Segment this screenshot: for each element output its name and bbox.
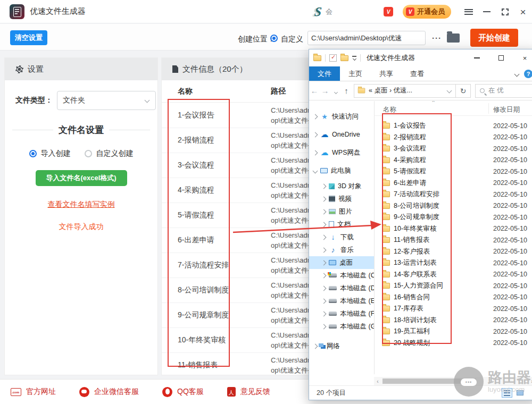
scroll-right-icon[interactable]: ›: [528, 378, 532, 384]
tree-chevron-icon[interactable]: [321, 285, 327, 291]
footer-link[interactable]: 意见反馈: [227, 387, 270, 397]
sidebar-item[interactable]: 本地磁盘 (F:: [309, 307, 374, 320]
ribbon-collapse-icon[interactable]: [514, 71, 520, 77]
folder-row[interactable]: 6-出差申请 2022-05-10: [375, 178, 532, 189]
tree-chevron-icon[interactable]: [313, 150, 318, 155]
open-membership-button[interactable]: V 开通会员: [403, 5, 451, 19]
column-divider[interactable]: [488, 103, 489, 114]
sidebar-item[interactable]: 本地磁盘 (E:: [309, 294, 374, 307]
tree-chevron-icon[interactable]: [313, 114, 318, 119]
folder-row[interactable]: 7-活动流程安排 2022-05-10: [375, 189, 532, 200]
import-create-radio[interactable]: [29, 150, 37, 157]
sidebar-item[interactable]: 图片: [309, 205, 374, 218]
explorer-close-button[interactable]: ×: [513, 49, 532, 66]
folder-row[interactable]: 10-年终奖审核 2022-05-10: [375, 223, 532, 235]
sidebar-item[interactable]: 下载: [309, 231, 374, 243]
back-button[interactable]: ←: [309, 86, 320, 95]
sidebar-item[interactable]: 本地磁盘 (G: [309, 320, 374, 333]
view-example-link[interactable]: 查看文件名填写实例: [48, 200, 115, 209]
search-box[interactable]: 在 优: [475, 84, 532, 98]
history-dropdown-icon[interactable]: [330, 86, 341, 95]
open-folder-icon[interactable]: [447, 33, 460, 43]
explorer-maximize-button[interactable]: [489, 49, 513, 66]
tree-chevron-icon[interactable]: [313, 343, 318, 349]
create-path-input[interactable]: [307, 31, 426, 45]
tree-chevron-icon[interactable]: [321, 260, 327, 265]
name-column-header[interactable]: 名称: [383, 105, 396, 114]
tree-chevron-icon[interactable]: [313, 132, 318, 137]
tree-chevron-icon[interactable]: [321, 273, 327, 278]
tree-chevron-icon[interactable]: [321, 324, 327, 329]
tree-chevron-icon[interactable]: [321, 222, 327, 227]
custom-create-radio[interactable]: [85, 150, 92, 157]
ribbon-tab[interactable]: 文件: [309, 66, 340, 81]
scrollbar-thumb[interactable]: [383, 378, 476, 384]
date-column-header[interactable]: 修改日期: [493, 105, 520, 114]
sidebar-item[interactable]: 桌面: [309, 256, 374, 269]
folder-row[interactable]: 4-采购流程 2022-05-10: [375, 155, 532, 166]
start-create-button[interactable]: 开始创建: [470, 29, 518, 47]
details-view-button[interactable]: [502, 388, 512, 398]
sidebar-item[interactable]: 本地磁盘 (D: [309, 282, 374, 294]
tree-chevron-icon[interactable]: [321, 247, 327, 252]
folder-row[interactable]: 13-运营计划表 2022-05-10: [375, 257, 532, 269]
folder-row[interactable]: 15-人力资源合同 2022-05-10: [375, 280, 532, 292]
menu-button[interactable]: [460, 0, 478, 23]
browse-more-button[interactable]: ···: [430, 31, 444, 44]
vip-icon[interactable]: V: [384, 7, 393, 16]
sidebar-item[interactable]: OneDrive: [309, 125, 374, 144]
folder-row[interactable]: 19-员工福利 2022-05-10: [375, 326, 532, 338]
folder-row[interactable]: 11-销售报表 2022-05-10: [375, 234, 532, 246]
folder-row[interactable]: 1-会议报告 2022-05-10: [375, 120, 532, 132]
horizontal-scrollbar[interactable]: ‹ ›: [374, 377, 532, 385]
file-type-select[interactable]: 文件夹: [57, 91, 156, 110]
sidebar-item[interactable]: 音乐: [309, 243, 374, 256]
folder-row[interactable]: 16-销售合同 2022-05-10: [375, 292, 532, 304]
up-button[interactable]: ↑: [341, 86, 352, 95]
footer-link[interactable]: 官方网址: [11, 387, 56, 397]
clear-settings-button[interactable]: 清空设置: [10, 30, 47, 45]
folder-row[interactable]: 12-客户报表 2022-05-10: [375, 246, 532, 258]
folder-row[interactable]: 9-公司规章制度 2022-05-10: [375, 212, 532, 223]
maximize-button[interactable]: [496, 0, 514, 23]
tree-chevron-icon[interactable]: [321, 209, 327, 214]
folder-row[interactable]: 17-库存表 2022-05-10: [375, 303, 532, 315]
sidebar-item[interactable]: WPS网盘: [309, 144, 374, 162]
explorer-minimize-button[interactable]: [465, 49, 489, 66]
folder-row[interactable]: 14-客户联系表 2022-05-10: [375, 269, 532, 281]
sidebar-item[interactable]: 网络: [309, 337, 374, 355]
quick-access-dropdown-icon[interactable]: [352, 56, 356, 60]
sidebar-item[interactable]: 文档: [309, 218, 374, 231]
tree-chevron-icon[interactable]: [321, 183, 327, 189]
folder-row[interactable]: 8-公司培训制度 2022-05-10: [375, 200, 532, 212]
checkmark-icon[interactable]: [329, 54, 337, 62]
folder-row[interactable]: 2-报销流程 2022-05-10: [375, 132, 532, 144]
tree-chevron-icon[interactable]: [321, 311, 327, 316]
sidebar-item[interactable]: 此电脑: [309, 162, 374, 180]
import-filenames-button[interactable]: 导入文件名(excel格式): [36, 170, 127, 186]
ribbon-tab[interactable]: 查看: [402, 66, 433, 81]
tree-chevron-icon[interactable]: [321, 234, 327, 240]
sidebar-item[interactable]: 本地磁盘 (C:: [309, 269, 374, 282]
address-dropdown-icon[interactable]: [447, 88, 452, 94]
forward-button[interactable]: →: [320, 86, 330, 95]
custom-location-radio[interactable]: [270, 35, 278, 42]
thumbnail-view-button[interactable]: [514, 388, 525, 398]
sidebar-item[interactable]: 快速访问: [309, 107, 374, 125]
scroll-left-icon[interactable]: ‹: [374, 378, 381, 384]
footer-link[interactable]: QQ客服: [162, 387, 204, 397]
close-button[interactable]: ×: [514, 0, 532, 23]
tree-chevron-icon[interactable]: [321, 298, 327, 304]
tree-chevron-icon[interactable]: [313, 168, 318, 173]
tree-chevron-icon[interactable]: [321, 196, 327, 201]
sidebar-item[interactable]: 3D 对象: [309, 180, 374, 192]
refresh-button[interactable]: ↻: [456, 84, 471, 98]
ribbon-tab[interactable]: 主页: [340, 66, 371, 81]
folder-row[interactable]: 18-培训计划表 2022-05-10: [375, 315, 532, 326]
folder-row[interactable]: 3-会议流程 2022-05-10: [375, 143, 532, 155]
folder-row[interactable]: 20-战略规划 2022-05-10: [375, 338, 532, 349]
sidebar-item[interactable]: 视频: [309, 192, 374, 205]
footer-link[interactable]: 企业微信客服: [79, 387, 139, 397]
minimize-button[interactable]: [478, 0, 496, 23]
help-icon[interactable]: ?: [524, 70, 532, 78]
